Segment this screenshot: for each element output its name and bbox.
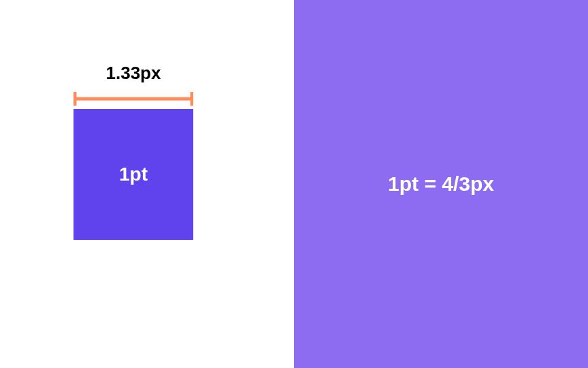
right-panel: 1pt = 4/3px [294, 0, 588, 368]
dimension-line-icon [74, 91, 193, 106]
equation-text: 1pt = 4/3px [388, 172, 494, 196]
unit-square: 1pt [74, 109, 193, 240]
left-panel: 1.33px 1pt [0, 0, 294, 368]
square-label: 1pt [119, 164, 148, 185]
dimension-label: 1.33px [74, 63, 193, 84]
